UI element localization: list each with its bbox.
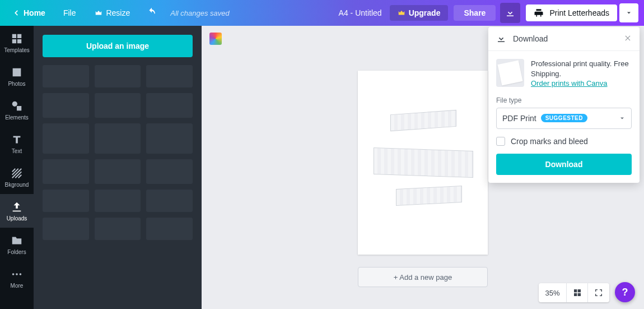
- popover-header: Download: [488, 27, 640, 51]
- file-type-label: File type: [496, 96, 632, 104]
- zoom-percentage[interactable]: 35%: [539, 283, 567, 302]
- crop-marks-label: Crop marks and bleed: [511, 137, 588, 146]
- print-button[interactable]: Print Letterheads: [526, 4, 617, 21]
- svg-point-3: [16, 273, 18, 275]
- file-type-select[interactable]: PDF Print SUGGESTED: [496, 108, 632, 129]
- rail-templates[interactable]: Templates: [0, 26, 34, 59]
- color-picker-icon[interactable]: [209, 33, 222, 45]
- zoom-controls: 35%: [539, 283, 609, 302]
- upgrade-label: Upgrade: [409, 8, 441, 17]
- upload-thumb[interactable]: [43, 123, 89, 154]
- undo-icon: [147, 7, 157, 17]
- file-menu[interactable]: File: [55, 5, 84, 21]
- home-label: Home: [24, 8, 45, 17]
- share-button[interactable]: Share: [454, 5, 496, 21]
- print-dropdown[interactable]: [619, 3, 638, 22]
- grid-icon: [573, 288, 582, 297]
- crop-marks-checkbox[interactable]: [496, 137, 505, 146]
- more-icon: [11, 268, 23, 280]
- promo-line2: Shipping.: [531, 70, 561, 78]
- rail-label: Photos: [8, 81, 25, 87]
- rail-folders[interactable]: Folders: [0, 228, 34, 261]
- text-icon: [11, 133, 23, 146]
- download-button[interactable]: Download: [496, 154, 632, 175]
- elements-icon: [11, 100, 23, 112]
- upload-image-button[interactable]: Upload an image: [43, 35, 193, 57]
- rail-bkground[interactable]: Bkground: [0, 160, 34, 194]
- rail-label: More: [11, 283, 24, 289]
- print-label: Print Letterheads: [549, 8, 609, 17]
- upload-thumb[interactable]: [43, 93, 89, 118]
- canvas-page[interactable]: [358, 71, 488, 255]
- add-page-button[interactable]: + Add a new page: [358, 267, 488, 287]
- undo-button[interactable]: [141, 4, 162, 22]
- download-icon: [505, 8, 515, 18]
- close-button[interactable]: [624, 34, 632, 44]
- download-icon-button[interactable]: [500, 3, 520, 23]
- folders-icon: [11, 234, 23, 247]
- rail-photos[interactable]: Photos: [0, 59, 34, 93]
- uploads-icon: [11, 201, 23, 213]
- help-button[interactable]: ?: [615, 282, 635, 302]
- file-type-value: PDF Print: [502, 114, 536, 123]
- print-promo: Professional print quality. Free Shippin…: [488, 51, 640, 96]
- promo-text: Professional print quality. Free Shippin…: [531, 59, 632, 89]
- topbar-left-group: Home File Resize All changes saved: [0, 4, 230, 22]
- download-popover: Download Professional print quality. Fre…: [488, 27, 640, 183]
- chevron-left-icon: [12, 9, 20, 17]
- crop-marks-row: Crop marks and bleed: [488, 137, 640, 154]
- grid-view-button[interactable]: [567, 283, 588, 302]
- rail-label: Templates: [4, 47, 30, 53]
- upgrade-button[interactable]: Upgrade: [390, 5, 449, 21]
- upload-thumb[interactable]: [146, 65, 193, 87]
- photos-icon: [11, 66, 23, 79]
- background-icon: [11, 167, 23, 179]
- rail-text[interactable]: Text: [0, 127, 34, 160]
- svg-rect-1: [17, 106, 21, 110]
- suggested-badge: SUGGESTED: [541, 114, 587, 122]
- crown-icon: [95, 9, 102, 17]
- uploads-panel: Upload an image: [34, 26, 202, 309]
- upload-thumb[interactable]: [95, 123, 141, 154]
- resize-label: Resize: [106, 8, 130, 17]
- file-type-section: File type PDF Print SUGGESTED: [488, 96, 640, 137]
- crown-icon: [398, 9, 405, 17]
- order-prints-link[interactable]: Order prints with Canva: [531, 79, 608, 87]
- canvas-stage[interactable]: + Add a new page Download Professional p…: [202, 26, 644, 309]
- upload-thumb[interactable]: [95, 65, 141, 87]
- promo-thumbnail: [496, 59, 524, 87]
- upload-thumb[interactable]: [146, 159, 193, 184]
- chevron-down-icon: [626, 10, 632, 16]
- upload-thumb[interactable]: [146, 218, 193, 240]
- main-area: Templates Photos Elements Text Bkground …: [0, 26, 644, 309]
- rail-label: Text: [12, 148, 22, 154]
- printer-icon: [534, 8, 544, 18]
- upload-thumb[interactable]: [95, 159, 141, 184]
- fullscreen-icon: [594, 288, 603, 297]
- rail-more[interactable]: More: [0, 261, 34, 295]
- rail-label: Bkground: [5, 182, 29, 188]
- popover-title: Download: [513, 34, 548, 43]
- upload-thumb[interactable]: [146, 93, 193, 118]
- rail-elements[interactable]: Elements: [0, 93, 34, 127]
- upload-thumb[interactable]: [95, 190, 141, 212]
- upload-thumb[interactable]: [95, 218, 141, 240]
- svg-point-4: [20, 273, 22, 275]
- upload-thumb[interactable]: [43, 218, 89, 240]
- home-button[interactable]: Home: [6, 5, 52, 21]
- svg-point-2: [12, 273, 15, 275]
- top-bar: Home File Resize All changes saved A4 - …: [0, 0, 644, 26]
- upload-thumb[interactable]: [43, 65, 89, 87]
- upload-thumb[interactable]: [43, 190, 89, 212]
- upload-thumb[interactable]: [146, 123, 193, 154]
- resize-menu[interactable]: Resize: [87, 5, 138, 21]
- upload-thumb[interactable]: [43, 159, 89, 184]
- fullscreen-button[interactable]: [588, 283, 609, 302]
- rail-uploads[interactable]: Uploads: [0, 194, 34, 228]
- upload-thumb[interactable]: [95, 93, 141, 118]
- rail-label: Folders: [7, 249, 26, 255]
- save-status: All changes saved: [170, 9, 230, 17]
- document-title[interactable]: A4 - Untitled: [339, 8, 382, 17]
- upload-thumb[interactable]: [146, 190, 193, 212]
- rail-label: Uploads: [7, 215, 27, 222]
